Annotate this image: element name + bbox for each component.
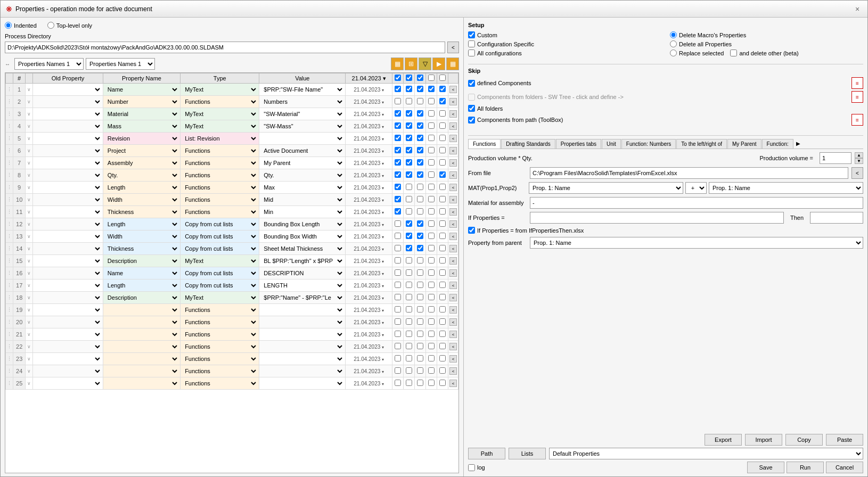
save-button[interactable]: Save <box>747 462 784 473</box>
checkbox-3[interactable] <box>417 380 423 386</box>
old-property-select[interactable] <box>34 378 102 389</box>
property-name-select[interactable] <box>104 353 179 364</box>
components-from-path-checkbox[interactable] <box>468 117 475 124</box>
checkbox-3[interactable] <box>417 184 423 190</box>
type-select[interactable]: MyText <box>182 292 258 303</box>
checkbox-4[interactable] <box>428 196 435 202</box>
from-file-input[interactable] <box>530 167 848 179</box>
checkbox-2[interactable] <box>406 257 412 264</box>
tab-my-parent[interactable]: My Parent <box>727 139 761 149</box>
if-from-label[interactable]: If Properties = from IfPropertiesThen.xl… <box>468 227 584 234</box>
property-name-select[interactable]: Qty. <box>104 170 179 180</box>
value-select[interactable] <box>260 366 344 376</box>
run-button[interactable]: Run <box>787 462 824 473</box>
browse-button[interactable]: < <box>447 42 459 53</box>
icon-btn-4[interactable]: ▶ <box>432 57 445 70</box>
checkbox-5[interactable] <box>439 282 446 288</box>
checkbox-3[interactable] <box>417 98 423 104</box>
old-property-select[interactable] <box>34 256 102 266</box>
value-select[interactable]: Bounding Box Width <box>260 231 344 242</box>
row-action-btn[interactable]: < <box>449 269 457 277</box>
old-property-select[interactable] <box>34 145 102 156</box>
checkbox-5[interactable] <box>439 380 446 386</box>
checkbox-3[interactable] <box>417 196 423 202</box>
checkbox-1[interactable] <box>395 135 401 141</box>
checkbox-4[interactable] <box>428 380 435 386</box>
checkbox-4[interactable] <box>428 306 435 312</box>
cancel-button[interactable]: Cancel <box>826 462 863 473</box>
close-button[interactable]: × <box>853 4 862 14</box>
old-property-select[interactable] <box>34 194 102 205</box>
checkbox-3[interactable] <box>417 331 423 337</box>
checkbox-1[interactable] <box>395 306 401 312</box>
property-name-select[interactable] <box>104 378 179 389</box>
checkbox-5[interactable] <box>439 233 446 239</box>
then-input[interactable] <box>810 212 863 224</box>
checkbox-4[interactable] <box>428 269 435 276</box>
property-name-select[interactable]: Assembly <box>104 158 179 168</box>
old-property-select[interactable] <box>34 341 102 352</box>
checkbox-5[interactable] <box>439 159 446 166</box>
value-select[interactable]: Active Document <box>260 145 344 156</box>
row-action-btn[interactable]: < <box>449 196 457 203</box>
defined-components-checkbox[interactable] <box>468 80 475 87</box>
checkbox-5[interactable] <box>439 245 446 251</box>
checkbox-2[interactable] <box>406 367 412 374</box>
property-name-select[interactable] <box>104 366 179 376</box>
copy-button[interactable]: Copy <box>785 434 823 446</box>
property-name-select[interactable]: Mass <box>104 121 179 131</box>
checkbox-5[interactable] <box>439 343 446 349</box>
components-from-folders-btn[interactable]: ≡ <box>851 91 863 103</box>
checkbox-2[interactable] <box>406 343 412 349</box>
checkbox-2[interactable] <box>406 245 412 251</box>
value-select[interactable]: My Parent <box>260 158 344 168</box>
mat-prop2-select[interactable]: Prop. 1: Name <box>709 182 863 194</box>
material-assembly-input[interactable] <box>530 197 863 209</box>
type-select[interactable]: Copy from cut lists <box>182 219 258 229</box>
lists-button[interactable]: Lists <box>509 448 546 459</box>
type-select[interactable]: Functions <box>182 366 258 376</box>
checkbox-1[interactable] <box>395 171 401 178</box>
checkbox-4[interactable] <box>428 331 435 337</box>
row-action-btn[interactable]: < <box>449 98 457 105</box>
checkbox-5[interactable] <box>439 220 446 227</box>
checkbox-5[interactable] <box>439 257 446 264</box>
checkbox-5[interactable] <box>439 294 446 300</box>
property-name-select[interactable]: Thickness <box>104 207 179 217</box>
checkbox-2[interactable] <box>406 159 412 166</box>
type-select[interactable]: MyText <box>182 109 258 119</box>
row-action-btn[interactable]: < <box>449 184 457 191</box>
row-action-btn[interactable]: < <box>449 208 457 216</box>
type-select[interactable]: Copy from cut lists <box>182 280 258 291</box>
checkbox-1[interactable] <box>395 355 401 361</box>
checkbox-2[interactable] <box>406 294 412 300</box>
checkbox-2[interactable] <box>406 171 412 178</box>
checkbox-3[interactable] <box>417 257 423 264</box>
all-folders-label[interactable]: All folders <box>468 105 503 112</box>
checkbox-3[interactable] <box>417 86 423 92</box>
checkbox-1[interactable] <box>395 98 401 104</box>
property-name-select[interactable]: Name <box>104 268 179 278</box>
components-from-folders-label[interactable]: Components from folders - SW Tree - clic… <box>468 94 624 101</box>
delete-all-radio[interactable]: Delete all Properties <box>670 40 863 47</box>
checkbox-5[interactable] <box>439 196 446 202</box>
checkbox-1[interactable] <box>395 122 401 129</box>
row-action-btn[interactable]: < <box>449 331 457 338</box>
checkbox-5[interactable] <box>439 306 446 312</box>
value-select[interactable] <box>260 329 344 340</box>
old-property-select[interactable] <box>34 353 102 364</box>
checkbox-4[interactable] <box>428 86 435 92</box>
type-select[interactable]: MyText <box>182 84 258 95</box>
value-select[interactable]: "SW-Mass" <box>260 121 344 131</box>
checkbox-5[interactable] <box>439 367 446 374</box>
checkbox-3[interactable] <box>417 220 423 227</box>
row-action-btn[interactable]: < <box>449 233 457 240</box>
checkbox-3[interactable] <box>417 318 423 325</box>
checkbox-2[interactable] <box>406 306 412 312</box>
property-name-select[interactable]: Revision <box>104 133 179 144</box>
checkbox-4[interactable] <box>428 159 435 166</box>
checkbox-2[interactable] <box>406 98 412 104</box>
checkbox-3[interactable] <box>417 147 423 153</box>
type-select[interactable]: Functions <box>182 145 258 156</box>
value-select[interactable] <box>260 378 344 389</box>
